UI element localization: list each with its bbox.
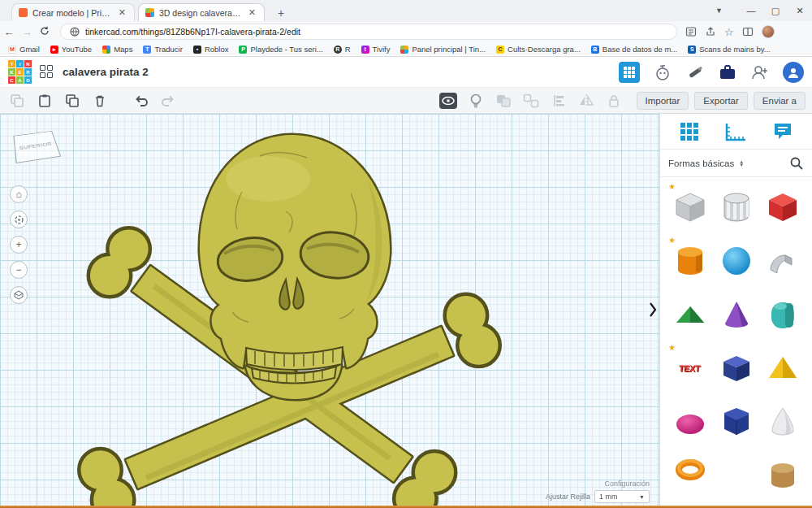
tab-close-icon[interactable]: ✕ bbox=[247, 7, 257, 18]
shape-paraboloid-white[interactable] bbox=[762, 400, 802, 444]
shape-cylinder-striped[interactable] bbox=[716, 185, 756, 229]
briefcase-icon[interactable] bbox=[718, 63, 737, 82]
bookmark-maps[interactable]: Maps bbox=[102, 45, 132, 54]
share-icon[interactable] bbox=[705, 26, 716, 37]
tab-search-chevron-icon[interactable]: ▼ bbox=[715, 0, 723, 21]
shape-roof-green[interactable] bbox=[670, 293, 710, 336]
3d-editor-icon[interactable] bbox=[619, 62, 640, 83]
translate-icon: T bbox=[143, 46, 151, 54]
tab-title: 3D design calavera pirata 2 | Tin bbox=[159, 8, 242, 18]
lock-icon[interactable] bbox=[603, 90, 624, 111]
workplane-grid-icon[interactable] bbox=[678, 120, 701, 143]
ruler-icon[interactable] bbox=[723, 120, 748, 143]
design-title[interactable]: calavera pirata 2 bbox=[63, 66, 149, 78]
shape-box-transparent[interactable]: ★ bbox=[670, 185, 710, 229]
minimize-button[interactable]: — bbox=[739, 6, 763, 15]
printables-favicon bbox=[19, 8, 28, 17]
database-site-icon: B bbox=[591, 46, 599, 54]
ungroup-icon[interactable] bbox=[520, 90, 542, 111]
shape-torus-orange[interactable] bbox=[670, 454, 710, 497]
shape-rounded-cylinder-teal[interactable] bbox=[762, 293, 802, 336]
shape-category-selector: Formas básicas ▲▼ bbox=[660, 150, 812, 177]
delete-icon[interactable] bbox=[89, 90, 110, 111]
mirror-icon[interactable] bbox=[576, 90, 597, 111]
workplane-canvas[interactable]: SUPERIOR ⌂ + − bbox=[0, 114, 659, 508]
shape-sphere-blue[interactable] bbox=[716, 239, 756, 283]
shape-cone-purple[interactable] bbox=[716, 293, 756, 336]
cults-icon: C bbox=[496, 46, 504, 54]
sim-lab-icon[interactable] bbox=[653, 63, 672, 82]
split-screen-icon[interactable] bbox=[742, 26, 754, 37]
settings-title[interactable]: Configuración bbox=[546, 480, 650, 488]
url-field[interactable]: tinkercad.com/things/81Z8b6Np17I-calaver… bbox=[60, 24, 677, 40]
category-label[interactable]: Formas básicas bbox=[668, 158, 734, 168]
favorite-star-icon: ★ bbox=[668, 236, 676, 245]
bookmark-traducir[interactable]: TTraducir bbox=[143, 45, 183, 54]
shape-hex-prism-navy[interactable] bbox=[716, 400, 756, 444]
maps-icon bbox=[102, 46, 110, 54]
duplicate-icon[interactable] bbox=[62, 90, 83, 111]
bookmark-youtube[interactable]: ▸YouTube bbox=[50, 45, 92, 54]
shape-pyramid-yellow[interactable] bbox=[762, 346, 802, 390]
paste-icon[interactable] bbox=[34, 90, 55, 111]
undo-icon[interactable] bbox=[130, 90, 151, 111]
redo-icon[interactable] bbox=[158, 90, 179, 111]
group-icon[interactable] bbox=[493, 90, 514, 111]
notes-icon[interactable] bbox=[771, 120, 794, 143]
search-icon[interactable] bbox=[789, 156, 804, 171]
export-button[interactable]: Exportar bbox=[694, 92, 747, 110]
bookmark-cults[interactable]: CCults·Descarga gra... bbox=[496, 45, 581, 54]
bookmark-tivify[interactable]: tTivify bbox=[361, 45, 391, 54]
tinkercad-logo[interactable]: TIN KER CAD bbox=[8, 60, 32, 84]
forward-icon[interactable]: → bbox=[18, 26, 36, 38]
bookmarks-bar: MGmail ▸YouTube Maps TTraducir ▪Roblox P… bbox=[0, 42, 812, 57]
align-icon[interactable] bbox=[548, 90, 569, 111]
new-tab-button[interactable]: + bbox=[273, 7, 289, 21]
bookmark-scans[interactable]: SScans de mains by... bbox=[688, 45, 770, 54]
tab-tinkercad[interactable]: 3D design calavera pirata 2 | Tin ✕ bbox=[138, 3, 265, 21]
bookmark-gmail[interactable]: MGmail bbox=[8, 45, 40, 54]
shape-text-red[interactable]: ★ TEXT bbox=[670, 346, 710, 390]
browser-window: Crear modelo | Printables.com ✕ 3D desig… bbox=[0, 0, 812, 508]
bookmark-roblox[interactable]: ▪Roblox bbox=[193, 45, 229, 54]
bookmark-r[interactable]: RR bbox=[334, 45, 351, 54]
import-button[interactable]: Importar bbox=[637, 92, 689, 110]
bookmark-base-datos[interactable]: BBase de datos de m... bbox=[591, 45, 677, 54]
designs-menu-icon[interactable] bbox=[40, 65, 54, 80]
tinkercad-favicon bbox=[145, 8, 154, 17]
site-info-icon[interactable] bbox=[69, 26, 80, 37]
address-bar: ← → tinkercad.com/things/81Z8b6Np17I-cal… bbox=[0, 21, 812, 42]
user-avatar[interactable] bbox=[783, 62, 804, 83]
shape-box-red[interactable] bbox=[762, 185, 802, 229]
shape-polygon-blue[interactable] bbox=[716, 346, 756, 390]
workplane-light-icon[interactable] bbox=[465, 90, 486, 111]
playdede-icon: P bbox=[239, 46, 247, 54]
shape-ellipsoid-pink[interactable] bbox=[670, 400, 710, 444]
shape-cylinder-tan[interactable] bbox=[762, 454, 802, 497]
category-carets-icon[interactable]: ▲▼ bbox=[739, 160, 744, 167]
shapes-panel: Formas básicas ▲▼ ★ ★ bbox=[659, 114, 812, 508]
tab-strip: Crear modelo | Printables.com ✕ 3D desig… bbox=[0, 0, 812, 21]
tab-printables[interactable]: Crear modelo | Printables.com ✕ bbox=[11, 3, 135, 21]
bookmark-playdede[interactable]: PPlaydede - Tus seri... bbox=[239, 45, 322, 54]
reading-mode-icon[interactable] bbox=[685, 26, 697, 37]
skull-model[interactable] bbox=[0, 114, 659, 508]
send-to-button[interactable]: Enviar a bbox=[754, 92, 806, 110]
shape-cylinder-orange[interactable]: ★ bbox=[670, 239, 710, 283]
bookmark-tinkercad-panel[interactable]: Panel principal | Tin... bbox=[400, 45, 486, 54]
snap-grid-dropdown[interactable]: 1 mm▼ bbox=[594, 490, 650, 503]
show-all-icon[interactable] bbox=[438, 90, 459, 111]
back-icon[interactable]: ← bbox=[0, 26, 18, 38]
copy-icon[interactable] bbox=[6, 90, 28, 111]
refresh-icon[interactable] bbox=[36, 26, 54, 38]
maximize-button[interactable]: ▢ bbox=[763, 6, 788, 16]
invite-person-icon[interactable] bbox=[750, 63, 770, 82]
tool-icon[interactable] bbox=[685, 63, 705, 82]
favorites-star-icon[interactable]: ☆ bbox=[724, 26, 734, 38]
address-bar-actions: ☆ bbox=[685, 25, 775, 38]
panel-collapse-chevron[interactable] bbox=[647, 299, 659, 320]
tab-close-icon[interactable]: ✕ bbox=[117, 7, 127, 18]
browser-profile-avatar[interactable] bbox=[762, 25, 775, 38]
close-button[interactable]: ✕ bbox=[788, 6, 812, 16]
shape-halfpipe-gray[interactable] bbox=[762, 239, 802, 283]
